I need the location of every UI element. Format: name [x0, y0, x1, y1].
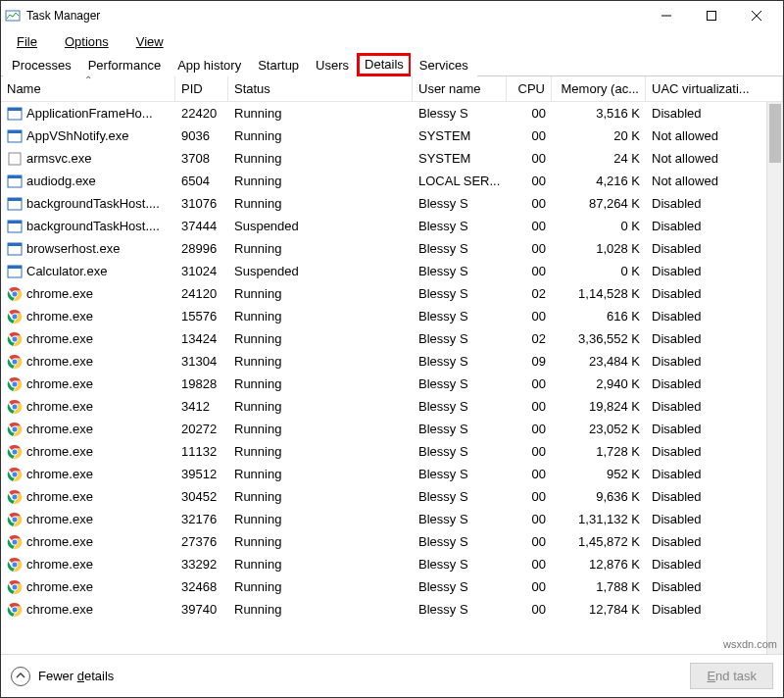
process-uac: Disabled — [646, 399, 783, 414]
minimize-button[interactable] — [644, 1, 689, 30]
process-uac: Disabled — [646, 354, 783, 369]
process-memory: 0 K — [552, 264, 646, 278]
process-pid: 11132 — [175, 444, 228, 459]
tab-processes[interactable]: Processes — [3, 53, 80, 76]
process-cpu: 00 — [507, 399, 552, 414]
process-user: Blessy S — [413, 241, 507, 256]
process-memory: 1,45,872 K — [552, 534, 646, 549]
process-icon — [7, 354, 23, 370]
process-cpu: 00 — [507, 512, 552, 526]
table-row[interactable]: AppVShNotify.exe9036RunningSYSTEM0020 KN… — [1, 125, 783, 147]
process-name: chrome.exe — [26, 534, 93, 549]
process-cpu: 00 — [507, 557, 552, 572]
process-status: Running — [228, 399, 413, 414]
table-row[interactable]: chrome.exe20272RunningBlessy S0023,052 K… — [1, 418, 783, 440]
tab-performance[interactable]: Performance — [79, 53, 170, 76]
fewer-details-label: Fewer details — [38, 669, 114, 683]
svg-rect-9 — [9, 153, 21, 165]
end-task-button[interactable]: End task — [690, 663, 773, 689]
header-uac[interactable]: UAC virtualizati... — [646, 76, 783, 101]
vertical-scrollbar[interactable] — [766, 102, 783, 654]
table-row[interactable]: backgroundTaskHost....31076RunningBlessy… — [1, 192, 783, 215]
process-cpu: 00 — [507, 106, 552, 121]
process-cpu: 00 — [507, 241, 552, 256]
maximize-button[interactable] — [689, 1, 734, 30]
process-cpu: 00 — [507, 422, 552, 436]
svg-rect-2 — [708, 12, 716, 21]
tab-startup[interactable]: Startup — [249, 53, 308, 76]
process-user: Blessy S — [413, 309, 507, 324]
process-uac: Disabled — [646, 219, 783, 233]
process-uac: Disabled — [646, 106, 783, 121]
header-user[interactable]: User name — [413, 76, 507, 101]
menu-view[interactable]: View — [124, 32, 175, 51]
table-row[interactable]: chrome.exe13424RunningBlessy S023,36,552… — [1, 327, 783, 350]
process-memory: 1,728 K — [552, 444, 646, 459]
process-pid: 6504 — [175, 174, 228, 188]
process-status: Running — [228, 128, 413, 143]
table-row[interactable]: armsvc.exe3708RunningSYSTEM0024 KNot all… — [1, 147, 783, 170]
footer: Fewer details End task — [1, 654, 783, 697]
table-row[interactable]: chrome.exe39740RunningBlessy S0012,784 K… — [1, 598, 783, 621]
process-uac: Disabled — [646, 467, 783, 481]
process-memory: 12,784 K — [552, 602, 646, 617]
process-user: Blessy S — [413, 376, 507, 391]
process-name: chrome.exe — [26, 444, 93, 459]
process-status: Suspended — [228, 219, 413, 233]
process-memory: 9,636 K — [552, 489, 646, 504]
process-uac: Disabled — [646, 376, 783, 391]
table-row[interactable]: chrome.exe27376RunningBlessy S001,45,872… — [1, 530, 783, 553]
table-row[interactable]: chrome.exe24120RunningBlessy S021,14,528… — [1, 282, 783, 305]
table-row[interactable]: ApplicationFrameHo...22420RunningBlessy … — [1, 102, 783, 125]
process-uac: Disabled — [646, 602, 783, 617]
process-pid: 31024 — [175, 264, 228, 278]
table-row[interactable]: browserhost.exe28996RunningBlessy S001,0… — [1, 237, 783, 260]
process-status: Running — [228, 579, 413, 594]
tab-details[interactable]: Details — [357, 53, 412, 76]
tab-users[interactable]: Users — [307, 53, 358, 76]
table-row[interactable]: chrome.exe3412RunningBlessy S0019,824 KD… — [1, 395, 783, 418]
header-status[interactable]: Status — [228, 76, 413, 101]
table-row[interactable]: Calculator.exe31024SuspendedBlessy S000 … — [1, 260, 783, 282]
menu-file[interactable]: File — [5, 32, 49, 51]
close-button[interactable] — [734, 1, 779, 30]
tab-app-history[interactable]: App history — [169, 53, 250, 76]
table-row[interactable]: chrome.exe33292RunningBlessy S0012,876 K… — [1, 553, 783, 575]
process-status: Running — [228, 489, 413, 504]
process-cpu: 00 — [507, 309, 552, 324]
process-user: Blessy S — [413, 264, 507, 278]
table-row[interactable]: chrome.exe32176RunningBlessy S001,31,132… — [1, 508, 783, 530]
table-row[interactable]: chrome.exe30452RunningBlessy S009,636 KD… — [1, 485, 783, 508]
process-icon — [7, 128, 23, 144]
process-uac: Disabled — [646, 309, 783, 324]
chevron-up-icon — [11, 667, 30, 686]
process-user: Blessy S — [413, 557, 507, 572]
process-uac: Disabled — [646, 286, 783, 301]
process-status: Running — [228, 376, 413, 391]
header-cpu[interactable]: CPU — [507, 76, 552, 101]
process-name: chrome.exe — [26, 467, 93, 481]
process-user: Blessy S — [413, 512, 507, 526]
process-icon — [7, 219, 23, 234]
table-row[interactable]: chrome.exe32468RunningBlessy S001,788 KD… — [1, 575, 783, 598]
task-manager-window: Task Manager File Options View Processes… — [0, 0, 784, 698]
tab-services[interactable]: Services — [411, 53, 477, 76]
menu-options[interactable]: Options — [53, 32, 121, 51]
table-row[interactable]: chrome.exe19828RunningBlessy S002,940 KD… — [1, 373, 783, 395]
header-pid[interactable]: PID — [175, 76, 228, 101]
table-row[interactable]: audiodg.exe6504RunningLOCAL SER...004,21… — [1, 170, 783, 192]
titlebar[interactable]: Task Manager — [1, 1, 783, 30]
process-pid: 3708 — [175, 151, 228, 166]
table-row[interactable]: chrome.exe15576RunningBlessy S00616 KDis… — [1, 305, 783, 327]
table-row[interactable]: chrome.exe11132RunningBlessy S001,728 KD… — [1, 440, 783, 463]
process-cpu: 00 — [507, 376, 552, 391]
process-cpu: 00 — [507, 602, 552, 617]
table-row[interactable]: backgroundTaskHost....37444SuspendedBles… — [1, 215, 783, 237]
table-row[interactable]: chrome.exe31304RunningBlessy S0923,484 K… — [1, 350, 783, 373]
scrollbar-thumb[interactable] — [769, 104, 781, 163]
header-memory[interactable]: Memory (ac... — [552, 76, 646, 101]
process-icon — [7, 196, 23, 212]
fewer-details-button[interactable]: Fewer details — [11, 667, 114, 686]
table-row[interactable]: chrome.exe39512RunningBlessy S00952 KDis… — [1, 463, 783, 485]
process-memory: 24 K — [552, 151, 646, 166]
